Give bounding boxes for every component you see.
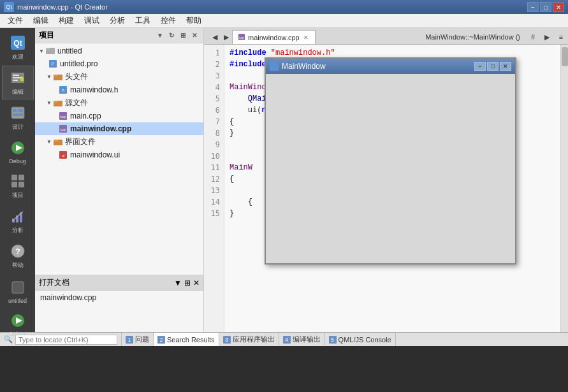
svg-text:h: h [62,88,64,92]
debug-run-icon [9,139,27,157]
tree-arrow: ▼ [38,47,45,55]
svg-rect-9 [13,109,17,112]
tree-item-main[interactable]: cpp main.cpp [35,110,203,122]
sidebar-item-edit[interactable]: 编辑 [2,66,34,99]
svg-rect-15 [18,175,24,180]
svg-text:cpp: cpp [60,115,66,119]
menu-bar: 文件 编辑 构建 调试 分析 工具 控件 帮助 [0,14,568,28]
preview-max-btn[interactable]: □ [487,62,499,71]
menu-analyze[interactable]: 分析 [105,14,130,27]
preview-controls: − □ ✕ [474,62,511,71]
open-docs-close[interactable]: ✕ [193,279,200,287]
sidebar-item-projects[interactable]: 项目 [2,169,34,203]
sidebar-item-analyze[interactable]: 分析 [2,204,34,238]
tab-back-btn[interactable]: ◀ [209,30,221,44]
tab-icon: cpp [238,33,245,42]
svg-text:P: P [52,62,55,66]
menu-help[interactable]: 帮助 [181,14,207,27]
svg-rect-32 [54,75,58,76]
editor-scrollbar[interactable] [560,45,568,332]
svg-rect-42 [54,140,58,142]
sidebar-label-edit: 编辑 [12,88,24,96]
hash-btn[interactable]: # [526,30,540,44]
sidebar-item-design[interactable]: 设计 [2,101,34,134]
close-button[interactable]: ✕ [553,2,564,12]
folder-sources-icon [53,98,63,108]
tab-label-app-output: 应用程序输出 [233,335,275,344]
statusbar-tab-issues[interactable]: 1 问题 [122,333,154,346]
locate-input[interactable] [15,335,117,345]
welcome-icon: Qt [9,34,27,52]
editor-tab-mwcpp[interactable]: cpp mainwindow.cpp ✕ [232,30,316,44]
tab-num-2: 2 [157,336,165,344]
menu-edit[interactable]: 编辑 [28,14,54,27]
open-docs-action1[interactable]: ▼ [174,279,182,287]
statusbar-tab-search[interactable]: 2 Search Results [154,333,219,346]
tab-num-4: 4 [283,336,291,344]
sidebar-item-untitled[interactable]: untitled [2,275,34,307]
tree-item-mwh[interactable]: h mainwindow.h [35,83,203,96]
menu-build[interactable]: 构建 [54,14,79,27]
sync-btn[interactable]: ↻ [166,31,177,41]
sidebar-label-design: 设计 [12,123,24,131]
editor-area: ◀ ▶ cpp mainwindow.cpp ✕ MainWindow::~Ma… [204,28,568,332]
search-mag-icon: 🔍 [4,335,13,344]
menu-controls[interactable]: 控件 [156,14,181,27]
tree-item-sources[interactable]: ▼ 源文件 [35,96,203,110]
tree-item-mwcpp[interactable]: cpp mainwindow.cpp [35,122,203,135]
tree-item-pro[interactable]: P untitled.pro [35,57,203,70]
debug-icon [9,312,27,330]
preview-min-btn[interactable]: − [474,62,486,71]
status-bar: 🔍 1 问题 2 Search Results 3 应用程序输出 4 编译输出 … [0,332,568,346]
breadcrumb-text: MainWindow::~MainWindow () [425,33,520,41]
help-icon: ? [9,242,27,260]
expand-btn[interactable]: ▶ [540,30,554,44]
tree-item-mwui[interactable]: ui mainwindow.ui [35,149,203,161]
sidebar-item-welcome[interactable]: Qt 欢迎 [2,31,34,64]
folder-headers-icon [53,72,63,82]
options-btn[interactable]: ≡ [554,30,568,44]
open-doc-item-mwcpp[interactable]: mainwindow.cpp [35,291,203,305]
statusbar-tab-app-output[interactable]: 3 应用程序输出 [219,333,279,346]
tree-arrow-ui: ▼ [45,138,53,146]
tree-label-headers: 头文件 [65,71,88,82]
tab-num-5: 5 [329,336,337,344]
line-numbers: 12345 678910 1112131415 [204,45,224,332]
tree-item-headers[interactable]: ▼ 头文件 [35,70,203,83]
preview-close-btn[interactable]: ✕ [500,62,511,71]
left-panel: 项目 ▼ ↻ ⊞ ✕ ▼ untitled P unti [35,28,204,332]
open-docs-panel: 打开文档 ▼ ⊞ ✕ mainwindow.cpp [35,275,203,332]
statusbar-tab-qml[interactable]: 5 QML/JS Console [325,333,396,346]
tab-close-btn[interactable]: ✕ [302,34,310,41]
svg-text:cpp: cpp [60,127,66,131]
sidebar-label-untitled: untitled [8,298,27,304]
svg-rect-4 [13,77,22,78]
window-title: mainwindow.cpp - Qt Creator [17,3,527,11]
tab-forward-btn[interactable]: ▶ [221,30,232,44]
minimize-button[interactable]: − [527,2,539,12]
svg-text:?: ? [15,247,20,256]
folder-ui-icon [53,137,63,147]
menu-debug[interactable]: 调试 [79,14,105,27]
code-editor[interactable]: 12345 678910 1112131415 #include "mainwi… [204,45,568,332]
maximize-button[interactable]: □ [540,2,551,12]
title-bar: Qt mainwindow.cpp - Qt Creator − □ ✕ [0,0,568,14]
tree-item-ui-folder[interactable]: ▼ 界面文件 [35,135,203,149]
svg-rect-5 [13,80,18,81]
sidebar-item-help[interactable]: ? 帮助 [2,239,34,273]
sidebar: Qt 欢迎 编辑 [0,28,35,332]
statusbar-tab-compile[interactable]: 4 编译输出 [279,333,325,346]
sidebar-item-debug[interactable]: Debug [2,136,34,168]
close-panel-btn[interactable]: ✕ [189,31,200,41]
menu-file[interactable]: 文件 [3,14,28,27]
open-docs-action2[interactable]: ⊞ [184,279,191,287]
tree-label-ui-folder: 界面文件 [65,136,96,147]
svg-rect-16 [11,182,17,187]
tree-label-mwui: mainwindow.ui [70,150,120,159]
split-btn[interactable]: ⊞ [178,31,188,41]
svg-rect-10 [18,109,23,112]
tree-item-untitled[interactable]: ▼ untitled [35,45,203,57]
filter-btn[interactable]: ▼ [155,31,165,41]
menu-tools[interactable]: 工具 [130,14,156,27]
tab-label-compile: 编译输出 [293,335,321,344]
